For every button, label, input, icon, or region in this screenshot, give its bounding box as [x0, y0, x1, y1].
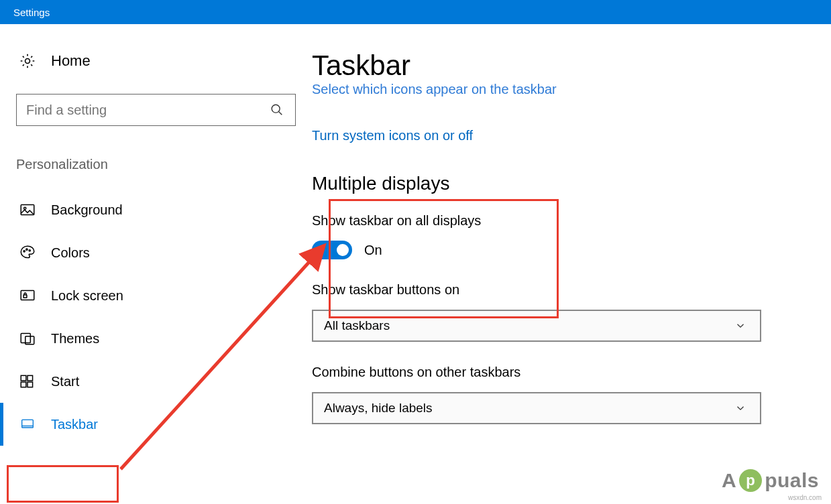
sidebar-item-label: Start — [51, 374, 79, 389]
sidebar-item-label: Lock screen — [51, 288, 123, 304]
search-icon — [268, 101, 286, 119]
show-taskbar-label: Show taskbar on all displays — [312, 213, 804, 229]
sidebar-item-background[interactable]: Background — [0, 188, 312, 231]
lock-screen-icon — [19, 287, 36, 304]
chevron-down-icon — [732, 317, 749, 334]
start-icon — [19, 373, 36, 390]
chevron-down-icon — [732, 399, 749, 417]
search-input[interactable] — [26, 103, 268, 118]
svg-point-1 — [272, 105, 280, 113]
svg-point-6 — [26, 249, 27, 250]
show-buttons-label: Show taskbar buttons on — [312, 282, 804, 298]
sidebar-item-colors[interactable]: Colors — [0, 231, 312, 274]
sidebar-item-themes[interactable]: Themes — [0, 317, 312, 360]
svg-rect-13 — [27, 375, 33, 381]
sidebar-item-lockscreen[interactable]: Lock screen — [0, 274, 312, 317]
sidebar-item-start[interactable]: Start — [0, 360, 312, 403]
palette-icon — [19, 244, 36, 261]
sidebar-item-label: Colors — [51, 245, 90, 261]
themes-icon — [19, 330, 36, 347]
svg-rect-9 — [23, 295, 27, 298]
home-nav[interactable]: Home — [0, 52, 312, 70]
svg-point-4 — [24, 207, 26, 209]
sidebar-item-label: Themes — [51, 331, 99, 346]
main-panel: Taskbar Select which icons appear on the… — [312, 24, 831, 504]
taskbar-icon — [19, 416, 36, 433]
sidebar-item-taskbar[interactable]: Taskbar — [0, 403, 312, 446]
dropdown-value: Always, hide labels — [324, 401, 433, 416]
combine-dropdown[interactable]: Always, hide labels — [312, 392, 761, 424]
window-title: Settings — [13, 7, 50, 18]
watermark-badge: p — [739, 469, 762, 492]
multiple-displays-heading: Multiple displays — [312, 173, 804, 194]
sidebar: Home Personalization Background — [0, 24, 312, 504]
watermark-site: wsxdn.com — [788, 494, 822, 501]
link-system-icons[interactable]: Turn system icons on or off — [312, 128, 804, 143]
picture-icon — [19, 201, 36, 218]
link-select-icons[interactable]: Select which icons appear on the taskbar — [312, 82, 804, 97]
watermark: A p puals — [722, 469, 819, 492]
svg-rect-14 — [21, 382, 26, 387]
page-title: Taskbar — [312, 50, 804, 82]
sidebar-item-label: Taskbar — [51, 417, 98, 432]
title-bar: Settings — [0, 0, 831, 24]
svg-point-0 — [25, 59, 30, 64]
svg-rect-8 — [21, 290, 34, 300]
search-box[interactable] — [16, 94, 296, 126]
combine-label: Combine buttons on other taskbars — [312, 365, 804, 380]
sidebar-item-label: Background — [51, 202, 123, 218]
show-taskbar-toggle[interactable] — [312, 241, 352, 259]
home-label: Home — [51, 52, 91, 70]
section-label: Personalization — [0, 157, 312, 172]
svg-rect-15 — [27, 382, 33, 387]
svg-point-5 — [23, 251, 25, 252]
svg-rect-16 — [22, 420, 34, 428]
svg-line-2 — [279, 112, 282, 115]
dropdown-value: All taskbars — [324, 318, 390, 333]
svg-point-7 — [29, 250, 30, 251]
svg-rect-12 — [21, 375, 26, 381]
toggle-state-label: On — [364, 243, 382, 258]
show-buttons-dropdown[interactable]: All taskbars — [312, 310, 761, 342]
gear-icon — [19, 52, 36, 70]
